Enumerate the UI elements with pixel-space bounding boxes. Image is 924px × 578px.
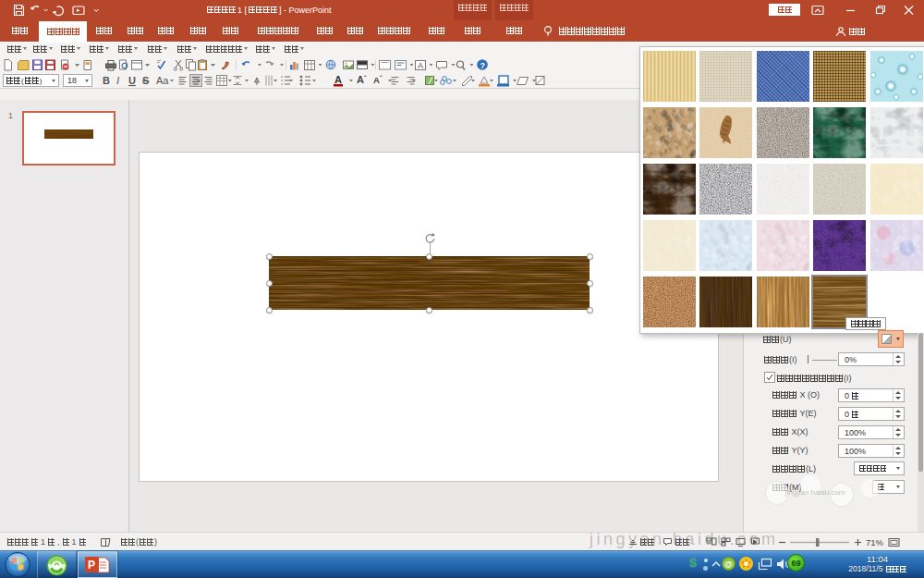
svg-text:P: P [88, 559, 95, 572]
svg-text:S: S [142, 75, 149, 86]
svg-text:?: ? [480, 61, 486, 70]
svg-text:ˆ: ˆ [364, 75, 367, 81]
svg-text:Aa: Aa [156, 75, 169, 86]
svg-text:A: A [334, 74, 342, 85]
svg-text:71%: 71% [866, 537, 884, 547]
svg-text:B: B [103, 75, 110, 86]
svg-text:A: A [357, 74, 364, 85]
svg-text:A: A [373, 75, 380, 85]
svg-text:I: I [116, 75, 120, 86]
svg-text:U: U [128, 75, 136, 86]
svg-text:A: A [418, 61, 423, 70]
svg-text:ˇ: ˇ [380, 75, 383, 81]
